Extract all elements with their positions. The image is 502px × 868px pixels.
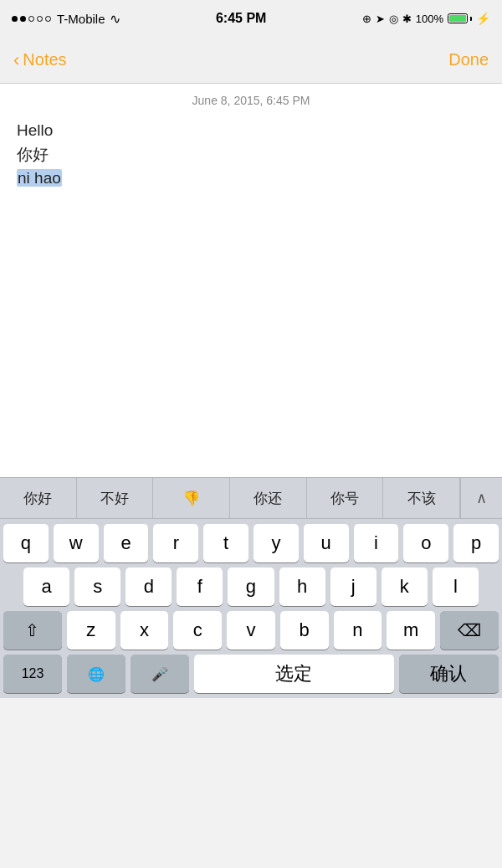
num-key[interactable]: 123 — [3, 655, 62, 693]
note-line-2: 你好 — [17, 143, 485, 167]
battery-pct: 100% — [416, 13, 443, 25]
back-label: Notes — [23, 50, 66, 69]
predictive-bar[interactable]: 你好 不好 👎 你还 你号 不该 ∧ — [0, 477, 502, 519]
key-n[interactable]: n — [334, 611, 382, 650]
pred-item-4[interactable]: 你号 — [307, 478, 384, 518]
alarm-icon: ◎ — [389, 13, 398, 25]
dot2 — [20, 16, 26, 22]
key-o[interactable]: o — [403, 524, 448, 562]
key-g[interactable]: g — [228, 568, 274, 606]
delete-icon: ⌫ — [458, 620, 481, 640]
key-row-3: ⇧ zxcvbnm⌫ — [0, 606, 502, 650]
dot4 — [37, 16, 43, 22]
key-d[interactable]: d — [126, 568, 172, 606]
gps-icon: ➤ — [376, 13, 385, 25]
bluetooth-icon: ✱ — [402, 13, 412, 25]
key-b[interactable]: b — [280, 611, 329, 650]
dot3 — [28, 16, 34, 22]
status-time: 6:45 PM — [216, 11, 266, 26]
shift-key[interactable]: ⇧ — [3, 611, 62, 650]
keyboard[interactable]: qwertyuiop asdfghjkl ⇧ zxcvbnm⌫ 123 🌐 🎤 … — [0, 519, 502, 698]
dot1 — [12, 16, 18, 22]
key-q[interactable]: q — [3, 524, 49, 562]
key-v[interactable]: v — [227, 611, 275, 650]
location-icon: ⊕ — [362, 13, 371, 25]
shift-icon: ⇧ — [25, 620, 39, 640]
key-t[interactable]: t — [203, 524, 248, 562]
key-e[interactable]: e — [104, 524, 149, 562]
wifi-icon: ∿ — [110, 11, 120, 27]
carrier-label: T-Mobile — [57, 12, 105, 26]
predictive-chevron[interactable]: ∧ — [460, 478, 502, 518]
key-c[interactable]: c — [173, 611, 222, 650]
done-button[interactable]: Done — [448, 50, 489, 69]
key-row-2: asdfghjkl — [0, 562, 502, 606]
status-right: ⊕ ➤ ◎ ✱ 100% ⚡ — [362, 12, 490, 25]
globe-key[interactable]: 🌐 — [67, 655, 126, 693]
key-h[interactable]: h — [279, 568, 325, 606]
note-line-3: ni hao — [17, 167, 485, 191]
note-area[interactable]: June 8, 2015, 6:45 PM Hello 你好 ni hao — [0, 84, 502, 477]
key-row-1: qwertyuiop — [0, 519, 502, 562]
back-chevron-icon: ‹ — [13, 51, 19, 69]
key-a[interactable]: a — [23, 568, 69, 606]
key-u[interactable]: u — [304, 524, 349, 562]
note-line-1: Hello — [17, 119, 485, 143]
mic-key[interactable]: 🎤 — [131, 655, 189, 693]
key-x[interactable]: x — [120, 611, 169, 650]
key-p[interactable]: p — [453, 524, 499, 562]
key-l[interactable]: l — [433, 568, 479, 606]
key-j[interactable]: j — [330, 568, 376, 606]
dot5 — [45, 16, 51, 22]
key-i[interactable]: i — [354, 524, 399, 562]
note-highlight: ni hao — [17, 169, 62, 187]
key-r[interactable]: r — [153, 524, 198, 562]
signal-dots — [12, 16, 51, 22]
battery-indicator — [448, 13, 472, 23]
pred-item-1[interactable]: 不好 — [77, 478, 154, 518]
pred-item-2[interactable]: 👎 — [153, 478, 230, 518]
key-y[interactable]: y — [254, 524, 299, 562]
status-bar: T-Mobile ∿ 6:45 PM ⊕ ➤ ◎ ✱ 100% ⚡ — [0, 0, 502, 37]
key-z[interactable]: z — [67, 611, 115, 650]
key-m[interactable]: m — [387, 611, 435, 650]
note-date: June 8, 2015, 6:45 PM — [17, 94, 485, 107]
key-k[interactable]: k — [382, 568, 428, 606]
key-f[interactable]: f — [177, 568, 223, 606]
status-left: T-Mobile ∿ — [12, 11, 120, 27]
note-content[interactable]: Hello 你好 ni hao — [17, 119, 485, 191]
pred-item-3[interactable]: 你还 — [230, 478, 307, 518]
confirm-key[interactable]: 确认 — [399, 655, 499, 693]
pred-item-0[interactable]: 你好 — [0, 478, 77, 518]
key-s[interactable]: s — [74, 568, 120, 606]
key-row-bottom: 123 🌐 🎤 选定 确认 — [0, 650, 502, 698]
back-button[interactable]: ‹ Notes — [13, 50, 67, 69]
pred-item-5[interactable]: 不该 — [383, 478, 460, 518]
nav-bar: ‹ Notes Done — [0, 37, 502, 84]
space-key[interactable]: 选定 — [194, 655, 394, 693]
delete-key[interactable]: ⌫ — [440, 611, 499, 650]
charging-icon: ⚡ — [476, 12, 490, 25]
key-w[interactable]: w — [54, 524, 99, 562]
